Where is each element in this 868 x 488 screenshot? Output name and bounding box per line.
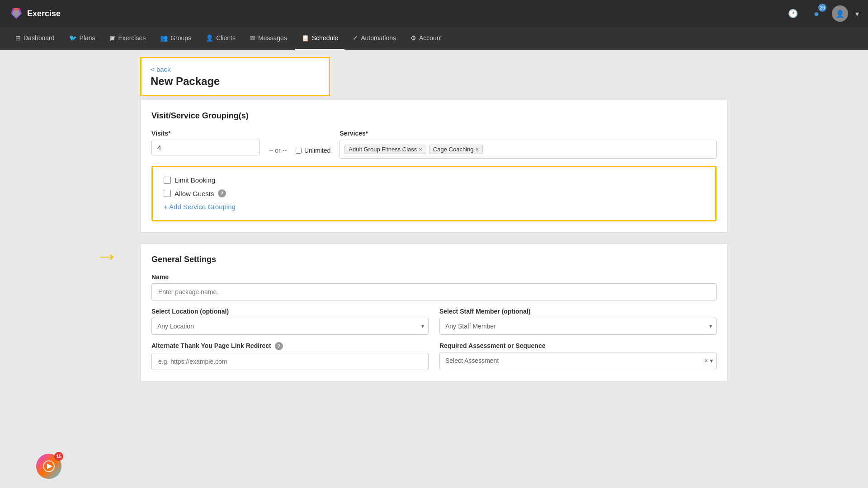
- location-select[interactable]: Any Location: [151, 318, 429, 335]
- staff-select-wrapper: Any Staff Member ▾: [439, 318, 717, 335]
- nav-label-clients: Clients: [216, 34, 236, 42]
- assessment-clear-icon[interactable]: ×: [704, 357, 708, 364]
- svg-marker-4: [47, 464, 52, 469]
- unlimited-label: Unlimited: [304, 147, 330, 154]
- logo-icon: [9, 6, 24, 21]
- redirect-label-text: Alternate Thank You Page Link Redirect: [151, 342, 271, 349]
- redirect-label: Alternate Thank You Page Link Redirect ?: [151, 342, 429, 350]
- avatar[interactable]: 👤: [832, 5, 848, 22]
- name-label: Name: [151, 273, 717, 281]
- general-settings-card: General Settings Name Select Location (o…: [140, 244, 728, 381]
- nav-item-messages[interactable]: ✉ Messages: [244, 27, 293, 50]
- nav-label-automations: Automations: [361, 34, 396, 42]
- limit-booking-label: Limit Booking: [175, 176, 215, 184]
- nav-label-exercises: Exercises: [118, 34, 146, 42]
- nav-label-messages: Messages: [258, 34, 287, 42]
- two-col-row-1: Select Location (optional) Any Location …: [151, 308, 717, 335]
- notifications-wrapper: ● 20: [808, 5, 825, 22]
- add-service-grouping-link[interactable]: + Add Service Grouping: [164, 203, 236, 211]
- name-group: Name: [151, 273, 717, 300]
- nav-item-automations[interactable]: ✓ Automations: [346, 27, 402, 50]
- notifications-button[interactable]: ● 20: [808, 5, 825, 22]
- app-logo: Exercise: [9, 6, 61, 21]
- visits-label: Visits*: [151, 130, 260, 137]
- visits-input[interactable]: [151, 140, 260, 155]
- nav-label-account: Account: [419, 34, 442, 42]
- visits-row: Visits* -- or -- Unlimited Services* Adu…: [151, 130, 717, 159]
- nav-item-groups[interactable]: 👥 Groups: [154, 27, 198, 50]
- app-name: Exercise: [27, 9, 61, 19]
- unlimited-checkbox[interactable]: [296, 148, 302, 154]
- remove-tag-1[interactable]: ×: [475, 146, 479, 152]
- remove-tag-0[interactable]: ×: [419, 146, 422, 152]
- chevron-down-icon: ▾: [855, 9, 859, 18]
- tag-label-1: Cage Coaching: [433, 146, 474, 153]
- back-section: < back New Package: [140, 57, 330, 96]
- loom-badge: 15: [54, 452, 63, 461]
- clock-icon: 🕐: [788, 9, 798, 19]
- staff-label: Select Staff Member (optional): [439, 308, 717, 315]
- nav-item-clients[interactable]: 👤 Clients: [199, 27, 242, 50]
- topbar: Exercise 🕐 ● 20 👤 ▾: [0, 0, 868, 27]
- redirect-group: Alternate Thank You Page Link Redirect ?: [151, 342, 429, 370]
- main-content: → < back New Package Visit/Service Group…: [122, 50, 746, 399]
- allow-guests-label: Allow Guests: [175, 190, 214, 197]
- nav-item-account[interactable]: ⚙ Account: [404, 27, 448, 50]
- assessment-group: Required Assessment or Sequence Select A…: [439, 342, 717, 370]
- automations-icon: ✓: [353, 34, 358, 42]
- notification-badge: 20: [818, 4, 826, 12]
- staff-group: Select Staff Member (optional) Any Staff…: [439, 308, 717, 335]
- navbar: ⊞ Dashboard 🐦 Plans ▣ Exercises 👥 Groups…: [0, 27, 868, 50]
- visit-service-title: Visit/Service Grouping(s): [151, 111, 717, 121]
- highlight-section: Limit Booking Allow Guests ? + Add Servi…: [151, 166, 717, 221]
- name-input[interactable]: [151, 283, 717, 300]
- topbar-right: 🕐 ● 20 👤 ▾: [785, 5, 859, 22]
- back-link[interactable]: < back: [151, 66, 320, 73]
- history-button[interactable]: 🕐: [785, 5, 801, 22]
- arrow-annotation: →: [95, 244, 118, 267]
- plans-icon: 🐦: [69, 34, 77, 42]
- staff-select[interactable]: Any Staff Member: [439, 318, 717, 335]
- svg-marker-2: [12, 10, 21, 18]
- dashboard-icon: ⊞: [15, 34, 21, 42]
- exercises-icon: ▣: [110, 34, 116, 42]
- redirect-help-icon[interactable]: ?: [275, 342, 283, 350]
- loom-icon: [42, 460, 55, 473]
- service-tag-0: Adult Group Fitness Class ×: [344, 145, 426, 154]
- page-title: New Package: [151, 75, 320, 88]
- location-label: Select Location (optional): [151, 308, 429, 315]
- location-group: Select Location (optional) Any Location …: [151, 308, 429, 335]
- nav-item-schedule[interactable]: 📋 Schedule: [295, 27, 344, 50]
- visits-group: Visits*: [151, 130, 260, 155]
- allow-guests-help-icon[interactable]: ?: [218, 189, 226, 197]
- messages-icon: ✉: [250, 34, 255, 42]
- avatar-icon: 👤: [835, 9, 844, 18]
- loom-widget[interactable]: 15: [36, 454, 61, 479]
- nav-item-exercises[interactable]: ▣ Exercises: [104, 27, 152, 50]
- assessment-label: Required Assessment or Sequence: [439, 342, 717, 349]
- limit-booking-row: Limit Booking: [164, 176, 704, 184]
- assessment-select[interactable]: Select Assessment: [439, 352, 717, 369]
- nav-item-dashboard[interactable]: ⊞ Dashboard: [9, 27, 61, 50]
- account-icon: ⚙: [410, 34, 416, 42]
- limit-booking-checkbox[interactable]: [164, 177, 171, 184]
- nav-label-plans: Plans: [80, 34, 95, 42]
- general-settings-title: General Settings: [151, 255, 717, 264]
- allow-guests-checkbox[interactable]: [164, 190, 171, 197]
- services-label: Services*: [340, 130, 717, 137]
- service-tag-1: Cage Coaching ×: [429, 145, 483, 154]
- services-tags-input[interactable]: Adult Group Fitness Class × Cage Coachin…: [340, 140, 717, 159]
- or-separator: -- or --: [269, 147, 287, 159]
- nav-label-schedule: Schedule: [312, 34, 338, 42]
- visit-service-card: Visit/Service Grouping(s) Visits* -- or …: [140, 100, 728, 233]
- assessment-select-wrapper: Select Assessment × ▾: [439, 352, 717, 369]
- schedule-icon: 📋: [302, 34, 309, 42]
- history-icon-wrapper: 🕐: [785, 5, 801, 22]
- groups-icon: 👥: [160, 34, 168, 42]
- allow-guests-row: Allow Guests ?: [164, 189, 704, 197]
- nav-item-plans[interactable]: 🐦 Plans: [63, 27, 102, 50]
- nav-label-groups: Groups: [170, 34, 191, 42]
- location-select-wrapper: Any Location ▾: [151, 318, 429, 335]
- redirect-input[interactable]: [151, 353, 429, 370]
- nav-label-dashboard: Dashboard: [24, 34, 55, 42]
